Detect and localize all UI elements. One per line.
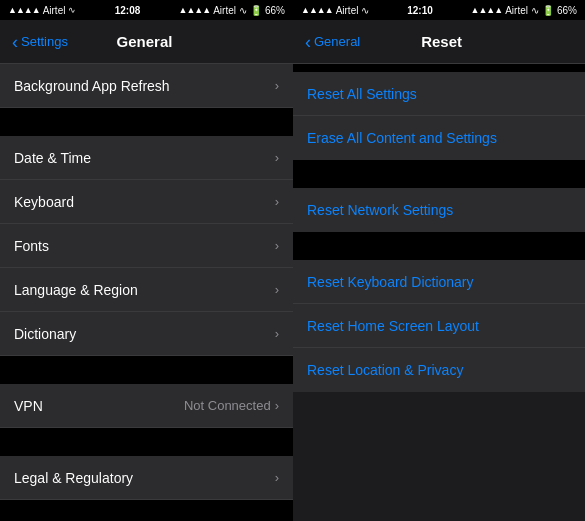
right-battery-icon: 🔋 (542, 5, 554, 16)
dictionary-item[interactable]: Dictionary › (0, 312, 293, 356)
right-wifi-icon: ∿ (361, 5, 369, 16)
vpn-item[interactable]: VPN Not Connected › (0, 384, 293, 428)
chevron-icon: › (275, 282, 279, 297)
vpn-label: VPN (14, 398, 184, 414)
fonts-label: Fonts (14, 238, 275, 254)
right-gap-2 (293, 232, 585, 260)
right-nav-bar: ‹ General Reset (293, 20, 585, 64)
language-region-item[interactable]: Language & Region › (0, 268, 293, 312)
left-time: 12:08 (115, 5, 141, 16)
left-settings-list: Background App Refresh › Date & Time › K… (0, 64, 293, 521)
language-region-label: Language & Region (14, 282, 275, 298)
right-wifi2-icon: ∿ (531, 5, 539, 16)
chevron-icon: › (275, 78, 279, 93)
right-carrier2: Airtel (505, 5, 528, 16)
right-battery-pct: 66% (557, 5, 577, 16)
keyboard-item[interactable]: Keyboard › (0, 180, 293, 224)
chevron-icon: › (275, 150, 279, 165)
reset-network-settings-label: Reset Network Settings (307, 202, 453, 218)
left-carrier2: Airtel (213, 5, 236, 16)
reset-all-settings-item[interactable]: Reset All Settings (293, 72, 585, 116)
reset-network-settings-item[interactable]: Reset Network Settings (293, 188, 585, 232)
background-app-refresh-item[interactable]: Background App Refresh › (0, 64, 293, 108)
right-panel: ▲▲▲▲ Airtel ∿ 12:10 ▲▲▲▲ Airtel ∿ 🔋 66% … (293, 0, 585, 521)
section-gap-3 (0, 428, 293, 456)
chevron-icon: › (275, 470, 279, 485)
right-settings-list: Reset All Settings Erase All Content and… (293, 64, 585, 521)
left-carrier: Airtel (43, 5, 66, 16)
chevron-icon: › (275, 398, 279, 413)
reset-section-3: Reset Keyboard Dictionary Reset Home Scr… (293, 260, 585, 392)
left-nav-title: General (8, 33, 281, 50)
chevron-icon: › (275, 194, 279, 209)
date-time-item[interactable]: Date & Time › (0, 136, 293, 180)
reset-location-privacy-item[interactable]: Reset Location & Privacy (293, 348, 585, 392)
reset-keyboard-dictionary-label: Reset Keyboard Dictionary (307, 274, 474, 290)
chevron-icon: › (275, 238, 279, 253)
left-battery-icon: 🔋 (250, 5, 262, 16)
left-signal2-icon: ▲▲▲▲ (179, 5, 211, 15)
section-gap-4 (0, 500, 293, 521)
reset-home-screen-layout-item[interactable]: Reset Home Screen Layout (293, 304, 585, 348)
chevron-icon: › (275, 326, 279, 341)
section-gap-2 (0, 356, 293, 384)
left-wifi2-icon: ∿ (239, 5, 247, 16)
erase-all-content-item[interactable]: Erase All Content and Settings (293, 116, 585, 160)
right-carrier: Airtel (336, 5, 359, 16)
reset-section-2: Reset Network Settings (293, 188, 585, 232)
right-signal2-icon: ▲▲▲▲ (471, 5, 503, 15)
right-battery-info: ▲▲▲▲ Airtel ∿ 🔋 66% (471, 5, 577, 16)
left-signal-icon: ▲▲▲▲ (8, 5, 40, 15)
left-status-bar: ▲▲▲▲ Airtel ∿ 12:08 ▲▲▲▲ Airtel ∿ 🔋 66% (0, 0, 293, 20)
reset-section-1: Reset All Settings Erase All Content and… (293, 72, 585, 160)
left-battery-pct: 66% (265, 5, 285, 16)
vpn-value: Not Connected (184, 398, 271, 413)
right-carrier-info: ▲▲▲▲ Airtel ∿ (301, 5, 369, 16)
dictionary-label: Dictionary (14, 326, 275, 342)
left-carrier-info: ▲▲▲▲ Airtel ∿ (8, 5, 76, 16)
left-panel: ▲▲▲▲ Airtel ∿ 12:08 ▲▲▲▲ Airtel ∿ 🔋 66% … (0, 0, 293, 521)
right-gap-top (293, 64, 585, 72)
left-battery-info: ▲▲▲▲ Airtel ∿ 🔋 66% (179, 5, 285, 16)
erase-all-content-label: Erase All Content and Settings (307, 130, 497, 146)
legal-regulatory-item[interactable]: Legal & Regulatory › (0, 456, 293, 500)
reset-all-settings-label: Reset All Settings (307, 86, 417, 102)
reset-location-privacy-label: Reset Location & Privacy (307, 362, 463, 378)
legal-regulatory-label: Legal & Regulatory (14, 470, 275, 486)
left-nav-bar: ‹ Settings General (0, 20, 293, 64)
reset-keyboard-dictionary-item[interactable]: Reset Keyboard Dictionary (293, 260, 585, 304)
date-time-label: Date & Time (14, 150, 275, 166)
background-app-refresh-label: Background App Refresh (14, 78, 275, 94)
left-wifi-icon: ∿ (68, 5, 76, 15)
section-gap-1 (0, 108, 293, 136)
right-gap-1 (293, 160, 585, 188)
fonts-item[interactable]: Fonts › (0, 224, 293, 268)
right-signal-icon: ▲▲▲▲ (301, 5, 333, 15)
right-nav-title: Reset (310, 33, 573, 50)
right-status-bar: ▲▲▲▲ Airtel ∿ 12:10 ▲▲▲▲ Airtel ∿ 🔋 66% (293, 0, 585, 20)
reset-home-screen-layout-label: Reset Home Screen Layout (307, 318, 479, 334)
right-time: 12:10 (407, 5, 433, 16)
keyboard-label: Keyboard (14, 194, 275, 210)
